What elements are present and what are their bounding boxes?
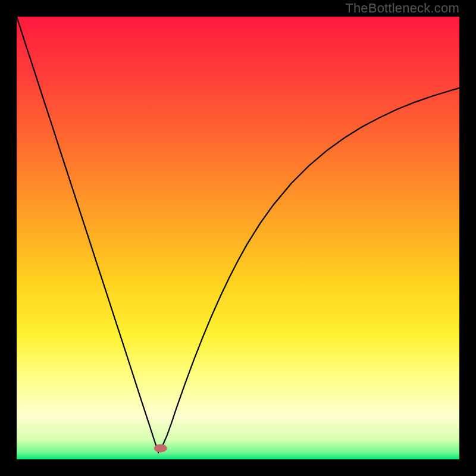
minimum-marker	[154, 444, 167, 452]
bottleneck-chart	[17, 17, 459, 459]
watermark-text: TheBottleneck.com	[345, 1, 459, 16]
gradient-background	[17, 17, 459, 459]
chart-frame	[17, 17, 459, 459]
